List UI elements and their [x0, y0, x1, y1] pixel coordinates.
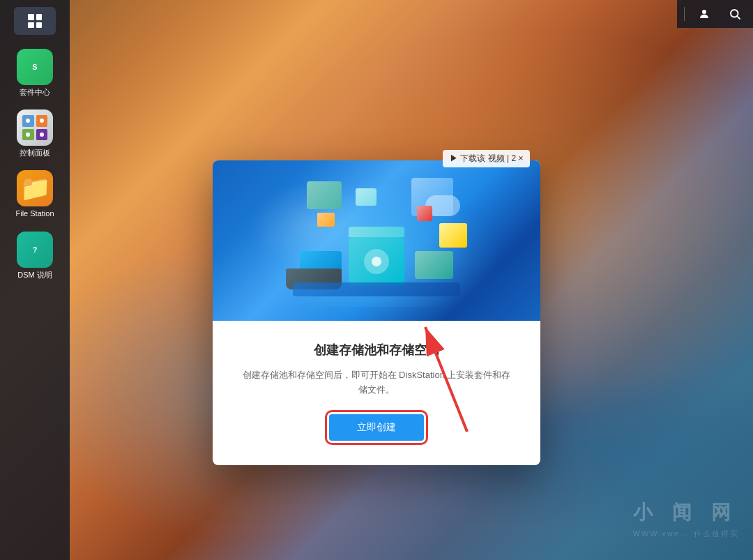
svg-point-1	[731, 10, 738, 17]
deco-small-box-3	[417, 206, 432, 221]
deco-platform	[293, 282, 460, 296]
file-station-icon: 📁	[17, 170, 53, 206]
sidebar-item-dsm-help[interactable]: ? DSM 说明	[7, 232, 63, 280]
modal-illustration	[213, 160, 540, 321]
file-station-label: File Station	[15, 209, 54, 218]
sidebar-item-control-panel[interactable]: 控制面板	[7, 109, 63, 158]
suite-center-icon: S	[17, 49, 53, 85]
dsm-help-label: DSM 说明	[17, 271, 52, 280]
create-storage-button[interactable]: 立即创建	[329, 414, 424, 441]
modal-description: 创建存储池和存储空间后，即可开始在 DiskStation 上安装套件和存储文件…	[241, 368, 512, 398]
sidebar-item-suite-center[interactable]: S 套件中心	[7, 49, 63, 97]
control-panel-label: 控制面板	[20, 149, 50, 158]
system-tray	[677, 0, 753, 28]
deco-small-box-2	[317, 213, 335, 227]
deco-server-top	[349, 227, 404, 237]
search-icon[interactable]	[724, 3, 746, 25]
floating-download-bar[interactable]: ▶ 下载该 视频 | 2 ×	[443, 150, 530, 167]
modal-content: 创建存储池和存储空间 创建存储池和存储空间后，即可开始在 DiskStation…	[213, 321, 540, 465]
storage-pool-modal: 创建存储池和存储空间 创建存储池和存储空间后，即可开始在 DiskStation…	[213, 160, 540, 465]
taskbar: S 套件中心 控制面板 📁 File Station ? DSM 说明	[0, 0, 70, 560]
sidebar-item-file-station[interactable]: 📁 File Station	[7, 170, 63, 218]
modal-title: 创建存储池和存储空间	[241, 342, 512, 358]
svg-point-0	[702, 10, 706, 14]
svg-line-2	[737, 16, 740, 19]
apps-grid-button[interactable]	[14, 7, 56, 35]
control-panel-icon	[17, 109, 53, 146]
deco-box-top-left	[307, 181, 342, 209]
floating-bar-text: ▶ 下载该 视频 | 2 ×	[450, 153, 523, 165]
deco-server-main	[349, 237, 404, 286]
tray-divider	[684, 7, 685, 21]
grid-icon	[28, 14, 42, 28]
deco-small-box-1	[356, 188, 376, 206]
user-icon[interactable]	[693, 3, 715, 25]
dsm-help-icon: ?	[17, 232, 53, 268]
suite-center-label: 套件中心	[20, 88, 50, 97]
deco-box-mid-right	[439, 223, 467, 248]
illustration-scene	[279, 174, 474, 307]
deco-block-right	[415, 251, 453, 279]
